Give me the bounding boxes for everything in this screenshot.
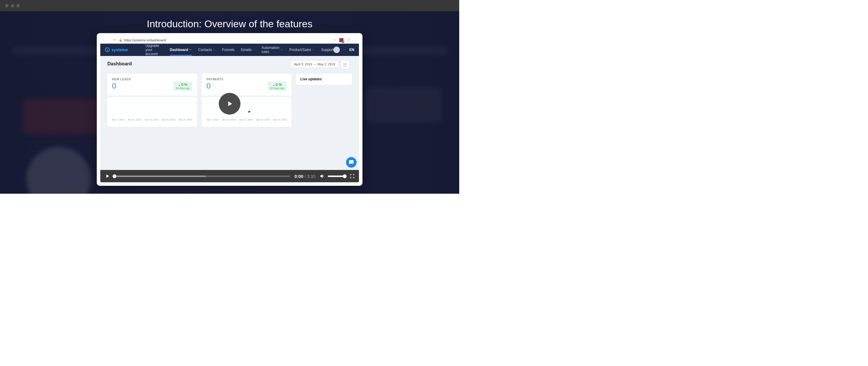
fullscreen-icon (349, 173, 355, 179)
chevron-down-icon: ﹀ (253, 48, 255, 52)
chart-xaxis: Apr 7, 2019Apr 12, 2019Apr 17, 2019Apr 2… (205, 119, 288, 121)
video-play-overlay-button[interactable] (219, 93, 241, 114)
extension-icon[interactable] (339, 38, 343, 42)
mouse-cursor-icon: ➤ (248, 109, 251, 114)
volume-thumb[interactable] (343, 174, 347, 178)
play-icon (225, 100, 234, 108)
browser-profile-avatar[interactable] (346, 38, 351, 42)
stat-delta-sub: 30 days ago (176, 87, 190, 90)
video-seek-bar[interactable] (114, 174, 290, 178)
nav-dashboard[interactable]: Dashboard﹀ (170, 48, 192, 52)
date-range-options-button[interactable] (341, 61, 349, 69)
brand-logo[interactable]: s systeme (105, 47, 128, 52)
stat-delta-sub: 30 days ago (270, 87, 284, 90)
chevron-down-icon: ﹀ (189, 48, 192, 52)
window-titlebar (0, 0, 459, 11)
stat-delta: 0 % (176, 82, 190, 87)
volume-slider[interactable] (328, 175, 345, 177)
star-icon[interactable]: ☆ (333, 38, 336, 42)
live-updates-card: Live updates (296, 73, 352, 85)
chevron-down-icon: ﹀ (312, 48, 315, 52)
chevron-down-icon: ﹀ (213, 48, 216, 52)
video-current-time: 0:00 (294, 174, 303, 179)
date-range-picker[interactable]: April 3, 2019 – May 2, 2019 (291, 61, 338, 68)
video-buffer-bar (114, 175, 206, 177)
video-play-button[interactable] (104, 173, 110, 179)
presentation-slide: Introduction: Overview of the features ←… (0, 0, 459, 194)
nav-support[interactable]: Support (321, 48, 333, 52)
stat-value: 0 (207, 81, 211, 91)
stat-delta: 0 % (270, 82, 284, 87)
browser-toolbar: ← → ⟳ 🔒 https://systeme.io/dashboard/ ☆ … (100, 37, 359, 44)
stat-label: PAYMENTS (207, 78, 287, 81)
browser-url[interactable]: https://systeme.io/dashboard/ (124, 38, 166, 42)
chat-widget-button[interactable] (346, 157, 356, 168)
chart-xaxis: Apr 7, 2019Apr 12, 2019Apr 17, 2019Apr 2… (110, 119, 194, 121)
chevron-down-icon[interactable]: ﹀ (343, 48, 346, 52)
date-from: April 3, 2019 (294, 62, 312, 66)
user-avatar[interactable] (333, 46, 340, 53)
video-time-display: 0:00 / 3:35 (294, 174, 315, 179)
nav-emails[interactable]: Emails﹀ (241, 48, 255, 52)
language-selector[interactable]: EN (349, 48, 354, 52)
volume-icon (320, 173, 326, 179)
chevron-down-icon: ﹀ (281, 48, 283, 52)
stat-value: 0 (112, 81, 116, 91)
play-icon (104, 173, 110, 179)
stat-delta-badge: 0 % 30 days ago (173, 81, 192, 91)
nav-upgrade[interactable]: Upgrade your account (146, 44, 163, 56)
volume-button[interactable] (320, 173, 326, 179)
nav-contacts[interactable]: Contacts﹀ (198, 48, 216, 52)
video-card: ← → ⟳ 🔒 https://systeme.io/dashboard/ ☆ … (97, 33, 363, 186)
chat-icon (349, 160, 354, 165)
slide-title: Introduction: Overview of the features (0, 18, 459, 30)
date-sep: – (314, 62, 315, 66)
browser-forward-icon[interactable]: → (107, 38, 111, 42)
brand-name: systeme (112, 47, 128, 52)
window-minimize-dot[interactable] (11, 4, 14, 7)
video-frame: ← → ⟳ 🔒 https://systeme.io/dashboard/ ☆ … (100, 37, 359, 182)
sparkline-chart (107, 96, 197, 117)
nav-products[interactable]: Product/Sales﹀ (289, 48, 315, 52)
video-controls: 0:00 / 3:35 (100, 170, 359, 182)
fullscreen-button[interactable] (349, 173, 355, 179)
lock-icon: 🔒 (119, 38, 122, 42)
browser-reload-icon[interactable]: ⟳ (113, 38, 116, 42)
stat-label: NEW LEADS (112, 78, 192, 81)
sparkline-chart (202, 96, 291, 117)
browser-back-icon[interactable]: ← (102, 38, 105, 42)
window-zoom-dot[interactable] (17, 4, 20, 7)
video-duration: 3:35 (307, 174, 315, 179)
live-updates-label: Live updates (300, 77, 322, 81)
video-seek-thumb[interactable] (113, 174, 116, 178)
nav-automation[interactable]: Automation rules﹀ (261, 46, 283, 54)
browser-menu-icon[interactable]: ⋮ (354, 38, 357, 42)
stat-card-new-leads: NEW LEADS 0 0 % 30 days ago Apr 7, 2019A… (107, 73, 197, 127)
stat-card-payments: PAYMENTS 0 0 % 30 days ago Apr 7, 2019Ap… (202, 73, 291, 127)
nav-funnels[interactable]: Funnels (222, 48, 235, 52)
date-to: May 2, 2019 (317, 62, 335, 66)
window-close-dot[interactable] (5, 4, 8, 7)
gear-icon: s (105, 47, 110, 52)
app-navbar: s systeme Upgrade your account Dashboard… (100, 44, 359, 56)
stat-delta-badge: 0 % 30 days ago (268, 81, 287, 91)
